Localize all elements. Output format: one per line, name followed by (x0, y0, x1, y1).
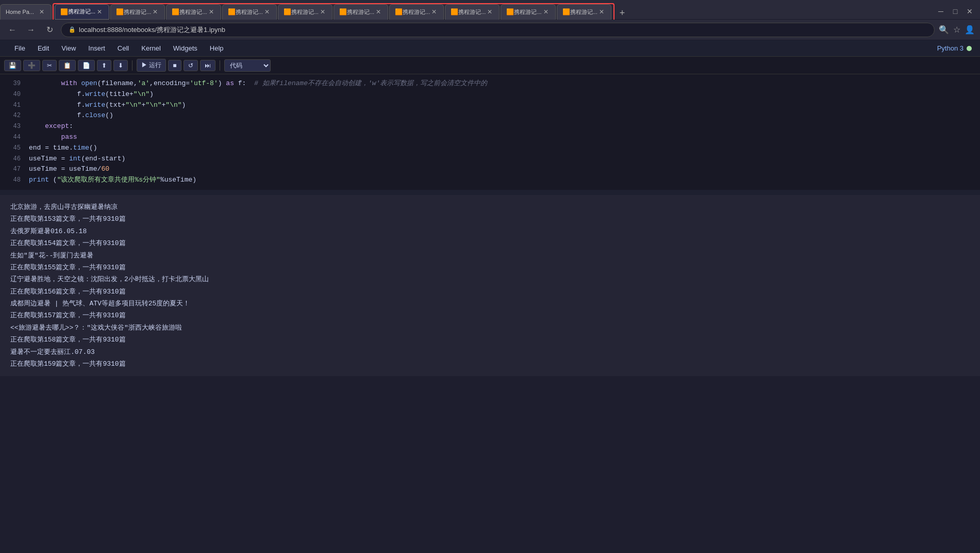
menu-kernel[interactable]: Kernel (135, 42, 167, 54)
output-line-14: 正在爬取第159篇文章，一共有9310篇 (10, 358, 970, 370)
code-line-48: 48 print ("该次爬取所有文章共使用%s分钟"%useTime) (0, 175, 980, 186)
tab-title-5: 携程游记... (291, 8, 319, 16)
code-line-40: 40 f.write(title+"\n") (0, 89, 980, 100)
tab-title-home: Home Pa... (6, 9, 34, 15)
tab-icon-3: 🟧 (172, 8, 179, 15)
cut-button[interactable]: ✂ (42, 60, 57, 71)
back-button[interactable]: ← (5, 23, 20, 37)
tab-close-2[interactable]: ✕ (151, 8, 159, 16)
tab-title-1: 携程游记... (68, 8, 95, 15)
line-number-47: 47 (5, 165, 21, 174)
menu-cell[interactable]: Cell (111, 42, 135, 54)
lock-icon: 🔒 (69, 26, 76, 33)
menu-help[interactable]: Help (204, 42, 230, 54)
tab-close-6[interactable]: ✕ (374, 8, 383, 16)
tab-close-5[interactable]: ✕ (319, 8, 327, 16)
restart-button[interactable]: ↺ (184, 60, 198, 71)
url-text: localhost:8888/notebooks/携程游记之避暑1.ipynb (79, 25, 225, 35)
tab-close-10[interactable]: ✕ (597, 8, 606, 16)
tab-icon-1: 🟧 (60, 8, 68, 15)
code-line-39: 39 with open(filename,'a',encoding='utf-… (0, 78, 980, 89)
tab-close-7[interactable]: ✕ (430, 8, 438, 16)
line-number-40: 40 (5, 90, 21, 100)
tab-icon-5: 🟧 (284, 8, 291, 15)
run-button[interactable]: ▶ 运行 (137, 59, 166, 72)
tab-icon-2: 🟧 (116, 8, 124, 15)
line-content-46: useTime = int(end-start) (29, 154, 125, 165)
tab-xc-3[interactable]: 🟧 携程游记... ✕ (166, 4, 221, 20)
tab-icon-9: 🟧 (506, 8, 514, 15)
menu-view[interactable]: View (55, 42, 82, 54)
tab-title-3: 携程游记... (179, 8, 207, 16)
code-line-41: 41 f.write(txt+"\n"+"\n"+"\n") (0, 100, 980, 111)
save-button[interactable]: 💾 (4, 60, 21, 71)
menu-insert[interactable]: Insert (82, 42, 111, 54)
output-line-4: 正在爬取第154篇文章，一共有9310篇 (10, 237, 970, 249)
add-cell-button[interactable]: ➕ (23, 60, 40, 71)
tab-xc-1[interactable]: 🟧 携程游记... ✕ (55, 4, 109, 20)
minimize-button[interactable]: ─ (936, 6, 946, 17)
line-number-45: 45 (5, 143, 21, 153)
menu-file[interactable]: File (8, 42, 31, 54)
tab-xc-9[interactable]: 🟧 携程游记... ✕ (501, 4, 555, 20)
output-line-5: 生如"厦"花--到厦门去避暑 (10, 250, 970, 262)
stop-button[interactable]: ■ (168, 60, 181, 71)
line-content-40: f.write(title+"\n") (29, 89, 154, 100)
restart-run-button[interactable]: ⏭ (200, 60, 215, 71)
tab-xc-10[interactable]: 🟧 携程游记... ✕ (557, 4, 611, 20)
tab-close-3[interactable]: ✕ (207, 8, 215, 16)
search-icon[interactable]: 🔍 (939, 25, 949, 35)
line-content-44: pass (29, 132, 77, 143)
code-line-43: 43 except: (0, 121, 980, 132)
tab-close-home[interactable]: ✕ (38, 8, 46, 16)
address-right: 🔍 ☆ 👤 (939, 25, 975, 35)
jupyter-menu: File Edit View Insert Cell Kernel Widget… (0, 40, 980, 57)
line-number-43: 43 (5, 122, 21, 132)
output-line-10: 正在爬取第157篇文章，一共有9310篇 (10, 310, 970, 321)
line-content-43: except: (29, 121, 73, 132)
tab-title-8: 携程游记... (458, 8, 486, 16)
output-line-6: 正在爬取第155篇文章，一共有9310篇 (10, 262, 970, 273)
paste-button[interactable]: 📄 (78, 60, 95, 71)
profile-icon[interactable]: 👤 (965, 25, 975, 35)
output-line-11: <<旅游避暑去哪儿>>？："这戏大侠谷"浙西大峡谷旅游啦 (10, 322, 970, 334)
menu-edit[interactable]: Edit (31, 42, 55, 54)
window-controls: ─ □ ✕ (936, 6, 980, 17)
tab-xc-7[interactable]: 🟧 携程游记... ✕ (389, 4, 444, 20)
tab-xc-4[interactable]: 🟧 携程游记... ✕ (222, 4, 277, 20)
tab-xc-6[interactable]: 🟧 携程游记... ✕ (334, 4, 388, 20)
cell-type-select[interactable]: 代码 Markdown Raw (224, 59, 271, 72)
line-content-45: end = time.time() (29, 143, 97, 154)
kernel-info: Python 3 (937, 44, 972, 52)
line-content-41: f.write(txt+"\n"+"\n"+"\n") (29, 100, 186, 111)
code-line-44: 44 pass (0, 132, 980, 143)
tab-xc-8[interactable]: 🟧 携程游记... ✕ (445, 4, 500, 20)
tab-xc-5[interactable]: 🟧 携程游记... ✕ (278, 4, 333, 20)
tab-close-8[interactable]: ✕ (486, 8, 494, 16)
maximize-button[interactable]: □ (950, 6, 960, 17)
move-down-button[interactable]: ⬇ (113, 60, 128, 71)
tab-title-2: 携程游记... (124, 8, 151, 16)
tab-close-4[interactable]: ✕ (263, 8, 271, 16)
copy-button[interactable]: 📋 (59, 60, 76, 71)
new-tab-button[interactable]: + (614, 6, 630, 20)
toolbar-separator-2 (220, 60, 220, 71)
line-number-41: 41 (5, 101, 21, 110)
forward-button[interactable]: → (24, 23, 38, 37)
code-area[interactable]: 39 with open(filename,'a',encoding='utf-… (0, 74, 980, 190)
code-line-46: 46 useTime = int(end-start) (0, 154, 980, 165)
line-number-48: 48 (5, 175, 21, 185)
tab-xc-2[interactable]: 🟧 携程游记... ✕ (110, 4, 165, 20)
bookmark-icon[interactable]: ☆ (953, 25, 960, 35)
tab-home[interactable]: Home Pa... ✕ (0, 4, 52, 20)
menu-widgets[interactable]: Widgets (167, 42, 204, 54)
move-up-button[interactable]: ⬆ (97, 60, 111, 71)
line-content-39: with open(filename,'a',encoding='utf-8')… (29, 78, 487, 89)
refresh-button[interactable]: ↻ (42, 23, 57, 37)
url-bar[interactable]: 🔒 localhost:8888/notebooks/携程游记之避暑1.ipyn… (61, 23, 935, 37)
output-line-12: 正在爬取第158篇文章，一共有9310篇 (10, 334, 970, 346)
tab-close-9[interactable]: ✕ (542, 8, 550, 16)
tab-close-1[interactable]: ✕ (95, 8, 104, 16)
kernel-label: Python 3 (937, 44, 964, 52)
close-button[interactable]: ✕ (965, 6, 975, 17)
